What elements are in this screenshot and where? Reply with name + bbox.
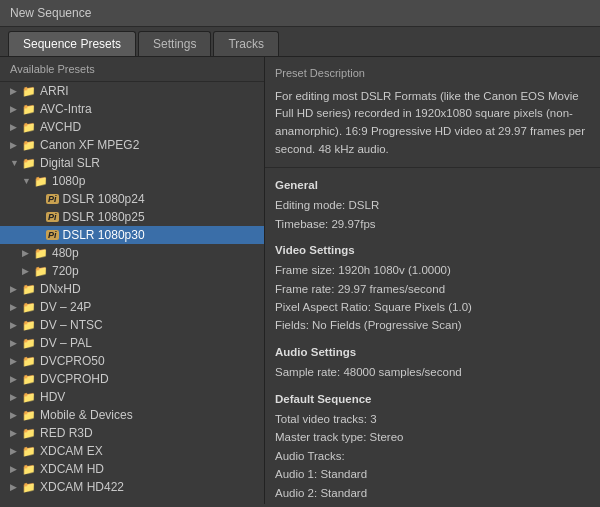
tree-arrow-icon: ▶ xyxy=(10,122,22,132)
folder-icon: 📁 xyxy=(22,373,36,386)
tree-item-label: XDCAM HD422 xyxy=(40,480,124,494)
tree-item[interactable]: ▶📁DV – PAL xyxy=(0,334,264,352)
tree-item-label: 1080p xyxy=(52,174,85,188)
folder-icon: 📁 xyxy=(22,337,36,350)
tree-item-label: DSLR 1080p25 xyxy=(63,210,145,224)
tree-item[interactable]: ▶📁Canon XF MPEG2 xyxy=(0,136,264,154)
tree-item-label: Mobile & Devices xyxy=(40,408,133,422)
general-lines: Editing mode: DSLRTimebase: 29.97fps xyxy=(275,196,590,233)
tree-arrow-icon: ▶ xyxy=(10,446,22,456)
folder-icon: 📁 xyxy=(22,121,36,134)
main-content: Available Presets ▶📁ARRI▶📁AVC-Intra▶📁AVC… xyxy=(0,57,600,504)
tree-arrow-icon: ▶ xyxy=(10,302,22,312)
info-line: Fields: No Fields (Progressive Scan) xyxy=(275,316,590,334)
info-line: Editing mode: DSLR xyxy=(275,196,590,214)
tree-item[interactable]: PiDSLR 1080p25 xyxy=(0,208,264,226)
info-line: Audio 1: Standard xyxy=(275,465,590,483)
tree-arrow-icon: ▶ xyxy=(22,266,34,276)
general-title: General xyxy=(275,176,590,194)
tree-item-label: RED R3D xyxy=(40,426,93,440)
tree-arrow-icon: ▶ xyxy=(10,428,22,438)
tree-item[interactable]: ▼📁Digital SLR xyxy=(0,154,264,172)
tree-item[interactable]: ▶📁DVCPROHD xyxy=(0,370,264,388)
tree-item-label: XDCAM HD xyxy=(40,462,104,476)
tree-item-label: DV – PAL xyxy=(40,336,92,350)
tree-item[interactable]: ▶📁DVCPRO50 xyxy=(0,352,264,370)
folder-icon: 📁 xyxy=(22,391,36,404)
folder-icon: 📁 xyxy=(22,85,36,98)
tree-arrow-icon: ▶ xyxy=(10,104,22,114)
tree-item-label: DV – NTSC xyxy=(40,318,103,332)
tree-item-label: DSLR 1080p30 xyxy=(63,228,145,242)
file-icon: Pi xyxy=(46,212,59,222)
folder-icon: 📁 xyxy=(22,283,36,296)
tab-settings[interactable]: Settings xyxy=(138,31,211,56)
tree-item[interactable]: ▶📁Mobile & Devices xyxy=(0,406,264,424)
folder-icon: 📁 xyxy=(34,175,48,188)
left-panel: Available Presets ▶📁ARRI▶📁AVC-Intra▶📁AVC… xyxy=(0,57,265,504)
folder-icon: 📁 xyxy=(22,103,36,116)
tree-item-label: 720p xyxy=(52,264,79,278)
tree-item[interactable]: ▶📁DV – 24P xyxy=(0,298,264,316)
info-line: Pixel Aspect Ratio: Square Pixels (1.0) xyxy=(275,298,590,316)
tree-item[interactable]: ▼📁1080p xyxy=(0,172,264,190)
info-line: Sample rate: 48000 samples/second xyxy=(275,363,590,381)
tree-item[interactable]: PiDSLR 1080p30 xyxy=(0,226,264,244)
info-line: Frame size: 1920h 1080v (1.0000) xyxy=(275,261,590,279)
available-presets-header: Available Presets xyxy=(0,57,264,82)
tree-item[interactable]: ▶📁XDCAM HD422 xyxy=(0,478,264,496)
tree-item-label: DNxHD xyxy=(40,282,81,296)
tree-item-label: Canon XF MPEG2 xyxy=(40,138,139,152)
tree-item[interactable]: ▶📁720p xyxy=(0,262,264,280)
preset-description-text: For editing most DSLR Formats (like the … xyxy=(275,88,590,159)
tree-item[interactable]: ▶📁ARRI xyxy=(0,82,264,100)
tree-item-label: 480p xyxy=(52,246,79,260)
preset-info-section: General Editing mode: DSLRTimebase: 29.9… xyxy=(265,168,600,504)
folder-icon: 📁 xyxy=(22,445,36,458)
tab-tracks[interactable]: Tracks xyxy=(213,31,279,56)
folder-icon: 📁 xyxy=(22,319,36,332)
folder-icon: 📁 xyxy=(22,427,36,440)
tree-item[interactable]: ▶📁480p xyxy=(0,244,264,262)
info-line: Audio 3: Standard xyxy=(275,502,590,504)
tab-sequence-presets[interactable]: Sequence Presets xyxy=(8,31,136,56)
info-line: Audio Tracks: xyxy=(275,447,590,465)
folder-icon: 📁 xyxy=(34,265,48,278)
info-line: Master track type: Stereo xyxy=(275,428,590,446)
video-lines: Frame size: 1920h 1080v (1.0000)Frame ra… xyxy=(275,261,590,335)
tree-arrow-icon: ▶ xyxy=(10,356,22,366)
right-panel: Preset Description For editing most DSLR… xyxy=(265,57,600,504)
tree-item[interactable]: ▶📁AVC-Intra xyxy=(0,100,264,118)
tree-item[interactable]: ▶📁DV – NTSC xyxy=(0,316,264,334)
default-title: Default Sequence xyxy=(275,390,590,408)
info-line: Total video tracks: 3 xyxy=(275,410,590,428)
folder-icon: 📁 xyxy=(34,247,48,260)
preset-description-section: Preset Description For editing most DSLR… xyxy=(265,57,600,168)
tree-item-label: DVCPRO50 xyxy=(40,354,105,368)
tree-item-label: AVCHD xyxy=(40,120,81,134)
tree-item[interactable]: ▶📁XDCAM HD xyxy=(0,460,264,478)
tree-arrow-icon: ▶ xyxy=(10,392,22,402)
tree-item-label: Digital SLR xyxy=(40,156,100,170)
tree-arrow-icon: ▶ xyxy=(10,464,22,474)
tree-arrow-icon: ▶ xyxy=(10,482,22,492)
tree-item[interactable]: ▶📁DNxHD xyxy=(0,280,264,298)
tree-item[interactable]: ▶📁HDV xyxy=(0,388,264,406)
tree-item-label: HDV xyxy=(40,390,65,404)
info-line: Audio 2: Standard xyxy=(275,484,590,502)
folder-icon: 📁 xyxy=(22,481,36,494)
tab-bar: Sequence Presets Settings Tracks xyxy=(0,27,600,57)
info-line: Frame rate: 29.97 frames/second xyxy=(275,280,590,298)
tree-item[interactable]: ▶📁RED R3D xyxy=(0,424,264,442)
folder-icon: 📁 xyxy=(22,463,36,476)
tree-item[interactable]: PiDSLR 1080p24 xyxy=(0,190,264,208)
tree-arrow-icon: ▼ xyxy=(22,176,34,186)
title-bar: New Sequence xyxy=(0,0,600,27)
audio-title: Audio Settings xyxy=(275,343,590,361)
tree-arrow-icon: ▶ xyxy=(22,248,34,258)
tree-item-label: XDCAM EX xyxy=(40,444,103,458)
tree-item[interactable]: ▶📁AVCHD xyxy=(0,118,264,136)
folder-icon: 📁 xyxy=(22,409,36,422)
tree-item-label: DVCPROHD xyxy=(40,372,109,386)
tree-item[interactable]: ▶📁XDCAM EX xyxy=(0,442,264,460)
